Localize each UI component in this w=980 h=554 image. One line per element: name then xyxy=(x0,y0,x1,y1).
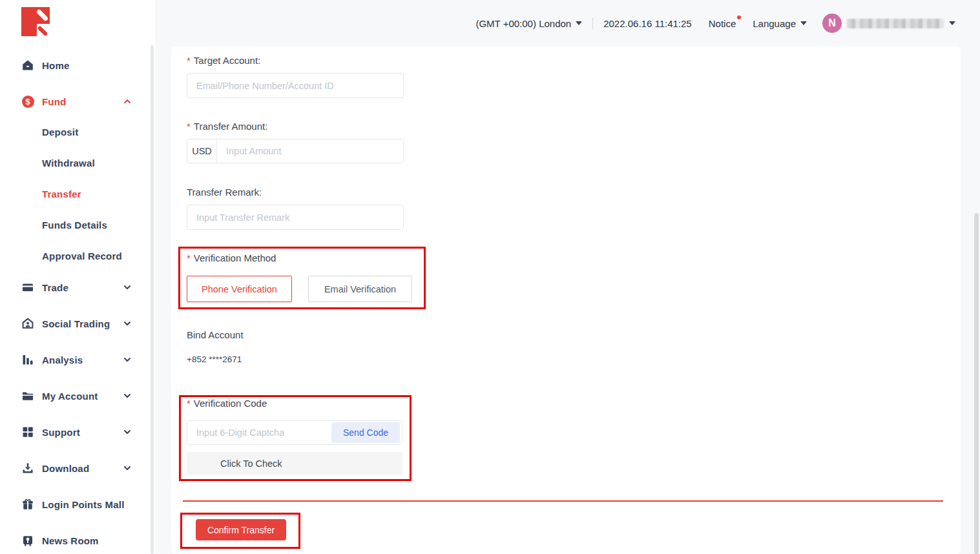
timezone-selector[interactable]: (GMT +00:00) London xyxy=(475,18,582,29)
sidebar-item-my-account[interactable]: My Account xyxy=(21,388,131,404)
sidebar-item-home[interactable]: Home xyxy=(21,57,131,73)
dropdown-caret-icon xyxy=(800,21,807,25)
sidebar-item-label: Trade xyxy=(42,282,68,293)
captcha-check-bar[interactable]: Click To Check xyxy=(187,452,402,475)
email-verification-button[interactable]: Email Verification xyxy=(308,276,412,302)
sidebar-item-label: Withdrawal xyxy=(42,158,95,169)
verification-code-group: Send Code xyxy=(187,420,402,445)
page-scrollbar[interactable] xyxy=(974,213,979,554)
gift-icon xyxy=(21,498,34,511)
required-asterisk: * xyxy=(187,253,191,263)
currency-label: USD xyxy=(187,139,217,163)
sidebar-item-deposit[interactable]: Deposit xyxy=(21,124,131,139)
sidebar-item-withdrawal[interactable]: Withdrawal xyxy=(21,155,131,170)
sidebar-item-support[interactable]: Support xyxy=(21,424,131,440)
username-redacted xyxy=(847,19,944,28)
confirm-transfer-button[interactable]: Confirm Transfer xyxy=(196,519,286,540)
notice-badge-dot xyxy=(737,15,741,19)
dropdown-caret-icon xyxy=(576,21,582,25)
sidebar-item-label: Funds Details xyxy=(42,220,107,231)
sidebar: Home $ Fund Deposit Withdrawal Transfer … xyxy=(0,0,155,554)
sidebar-item-label: Analysis xyxy=(42,354,83,365)
required-asterisk: * xyxy=(187,56,191,66)
user-menu[interactable]: N xyxy=(822,14,955,33)
notice-link[interactable]: Notice xyxy=(709,18,736,29)
required-asterisk: * xyxy=(187,121,191,132)
sidebar-scrollbar[interactable] xyxy=(151,45,154,554)
chevron-up-icon xyxy=(123,97,131,105)
avatar: N xyxy=(822,14,842,33)
verification-code-label: * Verification Code xyxy=(187,398,267,409)
sidebar-item-label: Transfer xyxy=(42,189,81,200)
transfer-form-card: * Target Account: * Transfer Amount: USD… xyxy=(171,46,961,554)
transfer-remark-input[interactable] xyxy=(187,205,404,230)
transfer-amount-group: USD xyxy=(187,139,404,163)
chevron-down-icon xyxy=(123,356,131,364)
sidebar-item-download[interactable]: Download xyxy=(21,460,131,476)
sidebar-item-social-trading[interactable]: Social Trading xyxy=(21,316,131,331)
sidebar-item-label: Social Trading xyxy=(42,318,110,329)
sidebar-item-label: News Room xyxy=(42,535,99,546)
app-logo[interactable] xyxy=(21,7,50,36)
logo-slash-white xyxy=(36,9,49,22)
bind-account-label: Bind Account xyxy=(187,330,244,340)
transfer-remark-label: Transfer Remark: xyxy=(187,187,262,198)
transfer-amount-label: * Transfer Amount: xyxy=(187,121,267,132)
sidebar-item-fund[interactable]: $ Fund xyxy=(21,94,131,109)
sidebar-item-label: Deposit xyxy=(42,127,78,138)
topbar-divider xyxy=(592,17,593,29)
target-account-input[interactable] xyxy=(187,73,404,98)
required-asterisk: * xyxy=(187,398,191,409)
chevron-down-icon xyxy=(123,464,131,472)
timezone-label: (GMT +00:00) London xyxy=(475,18,571,29)
sidebar-item-label: My Account xyxy=(42,391,98,402)
sidebar-item-label: Home xyxy=(42,60,69,71)
sidebar-item-login-points-mall[interactable]: Login Points Mall xyxy=(21,497,131,512)
sidebar-item-funds-details[interactable]: Funds Details xyxy=(21,217,131,232)
sidebar-item-label: Fund xyxy=(42,96,66,107)
home-icon xyxy=(21,59,34,72)
sidebar-item-approval-record[interactable]: Approval Record xyxy=(21,248,131,263)
notice-label: Notice xyxy=(709,18,736,29)
transfer-amount-input[interactable] xyxy=(217,139,403,163)
news-room-icon xyxy=(21,534,34,547)
datetime-display: 2022.06.16 11:41:25 xyxy=(603,18,692,29)
phone-verification-button[interactable]: Phone Verification xyxy=(187,276,292,302)
sidebar-item-label: Approval Record xyxy=(42,251,122,262)
section-divider xyxy=(183,500,943,502)
fund-icon: $ xyxy=(21,95,34,108)
verification-code-input[interactable] xyxy=(187,427,331,438)
verification-method-label: * Verification Method xyxy=(187,253,276,263)
sidebar-item-label: Support xyxy=(42,427,80,438)
language-selector[interactable]: Language xyxy=(753,18,807,29)
sidebar-item-transfer[interactable]: Transfer xyxy=(21,186,131,201)
language-label: Language xyxy=(753,18,796,29)
chevron-down-icon xyxy=(123,428,131,436)
chevron-down-icon xyxy=(123,320,131,327)
send-code-button[interactable]: Send Code xyxy=(331,422,400,443)
chevron-down-icon xyxy=(123,392,131,400)
chevron-down-icon xyxy=(123,283,131,291)
trade-icon xyxy=(21,281,34,294)
support-icon xyxy=(21,426,34,438)
social-trading-icon xyxy=(21,317,34,330)
topbar: (GMT +00:00) London 2022.06.16 11:41:25 … xyxy=(155,0,980,46)
sidebar-item-analysis[interactable]: Analysis xyxy=(21,352,131,367)
sidebar-item-news-room[interactable]: News Room xyxy=(21,533,131,548)
bind-account-value: +852 ****2671 xyxy=(187,354,242,364)
sidebar-item-trade[interactable]: Trade xyxy=(21,280,131,295)
analysis-icon xyxy=(21,353,34,366)
dropdown-caret-icon xyxy=(949,21,955,25)
my-account-icon xyxy=(21,389,34,402)
download-icon xyxy=(21,462,34,475)
sidebar-item-label: Login Points Mall xyxy=(42,499,125,510)
sidebar-item-label: Download xyxy=(42,463,89,474)
target-account-label: * Target Account: xyxy=(187,56,260,66)
